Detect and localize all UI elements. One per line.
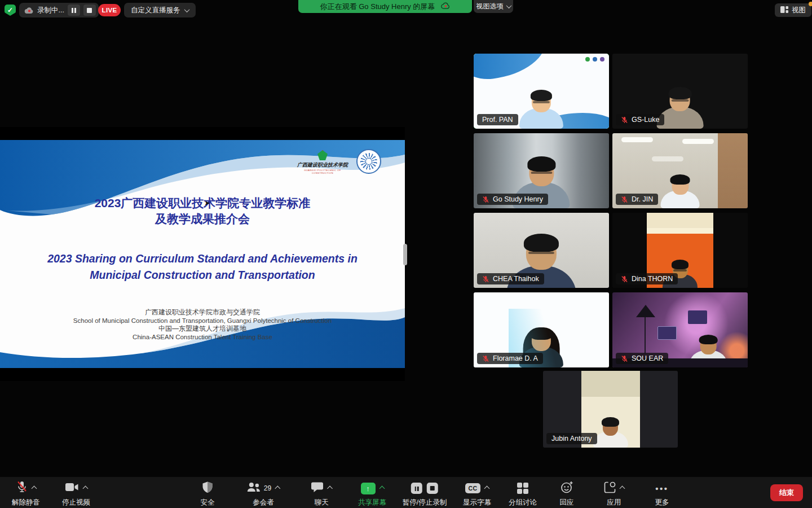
meeting-security-shield-icon[interactable]: ✓ xyxy=(5,5,16,16)
pause-recording-button[interactable] xyxy=(68,5,80,16)
participant-name: Go Study Henry xyxy=(493,195,543,203)
chevron-down-icon xyxy=(184,7,189,12)
participant-tile-sou-ear[interactable]: SOU EAR xyxy=(612,292,748,367)
meeting-toolbar: 解除静音 停止视频 安全 29 参会者 xyxy=(0,477,812,508)
top-bar: ✓ 录制中... LIVE 自定义直播服务 你正在观看 Go Study Hen… xyxy=(0,0,812,20)
shield-icon xyxy=(202,481,213,496)
participant-nameplate: Go Study Henry xyxy=(477,194,548,205)
participant-tile-go-study-henry[interactable]: Go Study Henry xyxy=(474,133,609,208)
stream-service-dropdown[interactable]: 自定义直播服务 xyxy=(124,3,196,17)
participant-name: Floramae D. A xyxy=(493,354,538,362)
slide-footer: 广西建设职业技术学院市政与交通学院 School of Municipal Co… xyxy=(0,308,405,341)
participant-name: SOU EAR xyxy=(632,354,663,362)
participant-name: GS-Luke xyxy=(632,116,659,124)
chat-button[interactable]: 聊天 xyxy=(311,481,332,507)
view-options-label: 视图选项 xyxy=(476,2,504,11)
stop-recording-button[interactable] xyxy=(83,5,96,16)
view-button[interactable]: 视图 xyxy=(775,3,811,17)
participant-tile-jubin-antony[interactable]: Jubin Antony xyxy=(543,371,678,448)
reactions-button[interactable]: 回应 xyxy=(560,481,574,507)
participants-button[interactable]: 29 参会者 xyxy=(247,481,280,507)
logo-emblem-icon xyxy=(317,150,328,160)
participant-nameplate: GS-Luke xyxy=(616,114,664,125)
cloud-icon xyxy=(440,2,450,11)
chevron-up-icon[interactable] xyxy=(620,485,625,491)
participant-nameplate: Dina THORN xyxy=(616,273,678,284)
captions-icon: CC xyxy=(465,483,480,493)
participant-tile-dina-thorn[interactable]: Dina THORN xyxy=(612,213,748,288)
cloud-recording-icon xyxy=(24,7,34,14)
breakout-rooms-button[interactable]: 分组讨论 xyxy=(509,481,537,507)
security-button[interactable]: 安全 xyxy=(201,481,215,507)
mouse-cursor: ➤ xyxy=(204,199,210,207)
camera-icon xyxy=(65,483,79,494)
participant-name: CHEA Thaihok xyxy=(493,275,539,283)
chevron-up-icon[interactable] xyxy=(327,485,333,491)
participant-nameplate: SOU EAR xyxy=(616,353,668,364)
pause-stop-recording-button[interactable]: 暂停/停止录制 xyxy=(403,481,447,507)
participant-nameplate: Dr. JIN xyxy=(616,194,658,205)
gallery-view-icon xyxy=(780,6,788,15)
participants-count: 29 xyxy=(264,484,271,492)
participant-tile-prof-pan[interactable]: Prof. PAN xyxy=(474,54,609,129)
reactions-icon xyxy=(561,481,573,496)
show-captions-button[interactable]: CC 显示字幕 xyxy=(463,481,491,507)
view-button-label: 视图 xyxy=(792,6,806,15)
breakout-rooms-icon xyxy=(517,483,529,494)
participant-tile-gs-luke[interactable]: GS-Luke xyxy=(612,54,748,129)
more-button[interactable]: ••• 更多 xyxy=(655,481,669,507)
muted-mic-icon xyxy=(482,275,489,283)
live-badge: LIVE xyxy=(98,4,121,16)
participant-nameplate: Floramae D. A xyxy=(477,353,543,364)
more-icon: ••• xyxy=(655,484,668,493)
participant-name: Prof. PAN xyxy=(482,116,513,124)
muted-mic-icon xyxy=(621,116,628,124)
recording-status-pill: 录制中... xyxy=(19,3,99,17)
muted-mic-icon xyxy=(482,196,489,203)
mic-muted-icon xyxy=(16,481,28,496)
muted-mic-icon xyxy=(482,355,489,362)
participant-nameplate: Jubin Antony xyxy=(546,433,597,444)
recording-label: 录制中... xyxy=(37,6,64,15)
end-meeting-button[interactable]: 结束 xyxy=(770,484,803,501)
presentation-slide: 广西建设职业技术学院 GUANGXI POLYTECHNIC OF CONSTR… xyxy=(0,140,405,368)
participant-nameplate: CHEA Thaihok xyxy=(477,273,544,284)
chevron-down-icon xyxy=(506,3,511,8)
chevron-up-icon[interactable] xyxy=(275,485,281,491)
notification-dot xyxy=(809,2,812,6)
view-options-dropdown[interactable]: 视图选项 xyxy=(474,0,513,13)
participant-nameplate: Prof. PAN xyxy=(477,114,518,125)
chevron-up-icon[interactable] xyxy=(82,485,88,491)
pause-recording-icon[interactable] xyxy=(411,483,422,494)
muted-mic-icon xyxy=(621,355,628,362)
share-screen-button[interactable]: ↑ 共享屏幕 xyxy=(358,481,386,507)
chevron-up-icon[interactable] xyxy=(31,485,37,491)
stop-video-button[interactable]: 停止视频 xyxy=(62,481,90,507)
slide-title-zh: 2023广西建设职业技术学院专业教学标准 及教学成果推介会 xyxy=(0,195,405,227)
apps-button[interactable]: 应用 xyxy=(604,481,624,507)
chevron-up-icon[interactable] xyxy=(379,485,385,491)
muted-mic-icon xyxy=(621,275,628,283)
participant-name: Dina THORN xyxy=(632,275,673,283)
chevron-up-icon[interactable] xyxy=(484,485,489,491)
panel-resize-handle[interactable] xyxy=(403,244,407,265)
slide-title-en: 2023 Sharing on Curriculum Standard and … xyxy=(0,251,405,283)
shared-screen-region: 广西建设职业技术学院 GUANGXI POLYTECHNIC OF CONSTR… xyxy=(0,127,405,381)
participant-tile-floramae[interactable]: Floramae D. A xyxy=(474,292,609,367)
unmute-button[interactable]: 解除静音 xyxy=(12,481,40,507)
training-base-seal-logo xyxy=(356,149,381,174)
muted-mic-icon xyxy=(621,196,628,203)
apps-icon xyxy=(604,481,616,496)
watching-banner-label: 你正在观看 Go Study Henry 的屏幕 xyxy=(320,2,435,12)
stop-recording-icon[interactable] xyxy=(427,483,438,494)
share-screen-icon: ↑ xyxy=(361,483,376,494)
participant-tile-dr-jin[interactable]: Dr. JIN xyxy=(612,133,748,208)
participant-name: Jubin Antony xyxy=(551,435,592,443)
watching-screen-banner: 你正在观看 Go Study Henry 的屏幕 xyxy=(298,0,472,13)
stream-service-label: 自定义直播服务 xyxy=(131,6,180,15)
chat-icon xyxy=(311,482,324,495)
guangxi-polytechnic-logo: 广西建设职业技术学院 GUANGXI POLYTECHNIC OF CONSTR… xyxy=(295,150,350,174)
participant-tile-chea-thaihok[interactable]: CHEA Thaihok xyxy=(474,213,609,288)
participant-name: Dr. JIN xyxy=(632,195,653,203)
virtual-background-logos xyxy=(585,57,604,62)
